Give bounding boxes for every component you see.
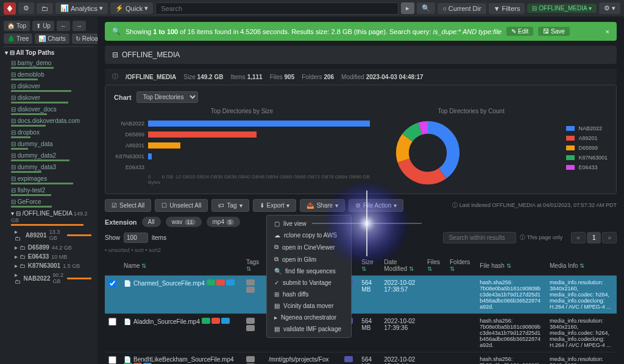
show-row: Show items ⓘ This page only « 1 » <box>105 232 617 243</box>
tree-item[interactable]: ⊟ docs.diskoverdata.com <box>4 116 94 128</box>
app-logo[interactable] <box>4 2 16 15</box>
edit-query-button[interactable]: ✎ Edit <box>506 27 533 36</box>
chart-type-select[interactable]: Top Directories <box>136 91 198 103</box>
forward-button[interactable]: → <box>73 21 86 31</box>
analytics-menu[interactable]: 📊 Analytics ▾ <box>55 2 108 14</box>
dropdown-item[interactable]: 🔍find file sequences <box>267 265 351 277</box>
unselect-all-button[interactable]: ☐ Unselect All <box>155 199 208 212</box>
legend-item: K87N63001 <box>566 155 608 161</box>
tree-item[interactable]: ⊟ dummy_data3 <box>4 163 94 174</box>
export-menu[interactable]: ⬇ Export ▾ <box>253 199 297 212</box>
tree-item[interactable]: ⊟ diskover_docs <box>4 105 94 116</box>
save-query-button[interactable]: 🖫 Save <box>538 27 570 36</box>
tag-menu[interactable]: 🏷 Tag ▾ <box>211 199 249 212</box>
tree-subdir[interactable]: ▸ 🗀 E06433 10 MB <box>4 252 94 261</box>
search-icon[interactable]: 🔍 <box>417 2 435 14</box>
quick-menu[interactable]: ⚡ Quick ▾ <box>110 2 153 14</box>
topbar: ⚙ 🗀 📊 Analytics ▾ ⚡ Quick ▾ ▸ 🔍 ○ Curren… <box>0 0 624 17</box>
action-toolbar: ☑ Select All ☐ Unselect All 🏷 Tag ▾ ⬇ Ex… <box>105 199 617 212</box>
charts-button[interactable]: 📊 Charts <box>35 33 69 44</box>
col-header[interactable]: File hash ⇅ <box>476 256 546 276</box>
tree-item[interactable]: ⊟ expimages <box>4 174 94 186</box>
results-search-input[interactable] <box>443 232 516 243</box>
dropdown-item[interactable]: ⊞hash diffs <box>267 289 351 300</box>
row-checkbox[interactable] <box>108 279 116 287</box>
tree-item[interactable]: ⊟ dummy_data <box>4 139 94 151</box>
col-header[interactable]: Files ⇅ <box>424 256 446 276</box>
row-checkbox[interactable] <box>108 318 116 326</box>
ext-all[interactable]: All <box>142 217 161 227</box>
page-prev[interactable]: « <box>571 232 586 243</box>
ext-mp4[interactable]: mp45 <box>207 217 240 227</box>
tree-item[interactable]: ⊟ diskover <box>4 82 94 93</box>
col-header[interactable]: Size ⇅ <box>358 256 380 276</box>
folder-icon[interactable]: 🗀 <box>37 3 53 14</box>
dropdown-item[interactable]: ✓submit to Vantage <box>267 277 351 289</box>
tree-subdir[interactable]: ▸ 🗀 K87N63001 1.5 GB <box>4 261 94 270</box>
page-1[interactable]: 1 <box>587 232 601 243</box>
results-table: Name ⇅Tags ⇅Path ⇅Size ⇅Date Modified ⇅F… <box>105 256 617 364</box>
tree-header: ▾ ⊟ All Top Paths <box>4 46 94 58</box>
tree-offline-media[interactable]: ▾ ⊟ /OFFLINE_MEDIA 149.2 GB <box>4 209 94 227</box>
dropdown-item[interactable]: ▤validate IMF package <box>267 323 351 335</box>
dashboard-icon[interactable]: ⚙ <box>18 2 34 14</box>
col-header[interactable]: Tags ⇅ <box>243 256 265 276</box>
back-button[interactable]: ← <box>57 21 70 31</box>
col-header[interactable]: Folders ⇅ <box>446 256 476 276</box>
page-next[interactable]: » <box>602 232 617 243</box>
reload-button[interactable]: ↻ Reload <box>72 33 98 44</box>
col-header[interactable]: Date Modified ⇅ <box>380 256 424 276</box>
file-action-menu[interactable]: ⚙ File Action ▾ <box>349 199 403 212</box>
donut-chart: Top Directories by Count NAB2022A89201D6… <box>394 108 608 187</box>
pager: « 1 » <box>571 232 617 243</box>
index-badge[interactable]: ⊟ OFFLINE_MEDIA ▾ <box>527 4 596 13</box>
dropdown-item[interactable]: ⧉open in CineViewer <box>267 241 351 253</box>
search-submit-button[interactable]: ▸ <box>401 2 414 14</box>
tree-button[interactable]: 🌲 Tree <box>4 33 32 44</box>
legend-item: E06433 <box>566 164 608 170</box>
tree-item[interactable]: ⊟ dummy_data2 <box>4 151 94 163</box>
select-all-button[interactable]: ☑ Select All <box>105 199 151 212</box>
dropdown-item[interactable]: ☁rclone copy to AWS <box>267 229 351 241</box>
tree-item[interactable]: ⊟ fishy-test2 <box>4 186 94 197</box>
tree-subdir[interactable]: ▸ 🗀 D65899 44.2 GB <box>4 243 94 252</box>
col-header[interactable]: Media Info ⇅ <box>546 256 617 276</box>
chart-panel: Chart Top Directories Top Directories by… <box>105 85 617 194</box>
search-icon: 🔍 <box>112 27 121 35</box>
file-action-dropdown: ▢live view☁rclone copy to AWS⧉open in Ci… <box>266 215 352 338</box>
extension-filter: Extension All wav11 mp45 <box>105 217 617 227</box>
share-menu[interactable]: 📤 Share ▾ <box>300 199 345 212</box>
table-row[interactable]: 📄Aladdin_SourceFile.mp4 /mnt/gpfs/projec… <box>105 314 617 352</box>
dropdown-item[interactable]: ⧉open in Glim <box>267 253 351 265</box>
global-search-input[interactable] <box>155 2 399 15</box>
legend-item: A89201 <box>566 135 608 141</box>
bar-chart: Top Directories by Size NAB2022D65899A89… <box>114 108 370 187</box>
table-row[interactable]: 📄BendItLikeBeckham_SourceFile.mp4 /mnt/g… <box>105 352 617 365</box>
col-header[interactable] <box>105 256 120 276</box>
col-header[interactable]: Name ⇅ <box>120 256 243 276</box>
settings-icon[interactable]: ⚙ ▾ <box>599 2 620 14</box>
tree-item[interactable]: ⊟ dropbox <box>4 128 94 139</box>
sort-hint: • unsorted • sort • sort2 <box>105 247 617 253</box>
tree-item[interactable]: ⊟ barny_demo <box>4 58 94 70</box>
close-icon[interactable]: × <box>606 28 609 35</box>
legend-item: D65899 <box>566 145 608 151</box>
top-button[interactable]: 🏠 Top <box>4 21 30 31</box>
tree-item[interactable]: ⊟ demoblob <box>4 70 94 82</box>
tree-subdir[interactable]: ▸ 🗀 NAB2022 90.2 GB <box>4 270 94 286</box>
results-alert: 🔍 Showing 1 to 100 of 16 items found in … <box>105 22 617 41</box>
ext-wav[interactable]: wav11 <box>166 217 202 227</box>
tree-item[interactable]: ⊟ diskover <box>4 93 94 105</box>
dropdown-item[interactable]: ▸Ngenea orchestrator <box>267 312 351 323</box>
table-row[interactable]: 📄Charmed_SourceFile.mp4 /mnt/gpfs/projec… <box>105 276 617 314</box>
dropdown-item[interactable]: ▤Vcinity data mover <box>267 300 351 312</box>
filters-button[interactable]: ▼ Filters <box>489 3 525 14</box>
dropdown-item[interactable]: ▢live view <box>267 218 351 229</box>
row-checkbox[interactable] <box>108 356 116 364</box>
page-size-input[interactable] <box>124 233 148 243</box>
current-dir-toggle[interactable]: ○ Current Dir <box>438 3 486 14</box>
up-button[interactable]: ⬆ Up <box>32 21 54 31</box>
tree-subdir[interactable]: ▸ 🗀 A89201 13.3 GB <box>4 227 94 243</box>
path-info-row: ⓘ /OFFLINE_MEDIA Size 149.2 GB Items 1,1… <box>105 69 617 85</box>
tree-item[interactable]: ⊟ GeForce <box>4 197 94 209</box>
